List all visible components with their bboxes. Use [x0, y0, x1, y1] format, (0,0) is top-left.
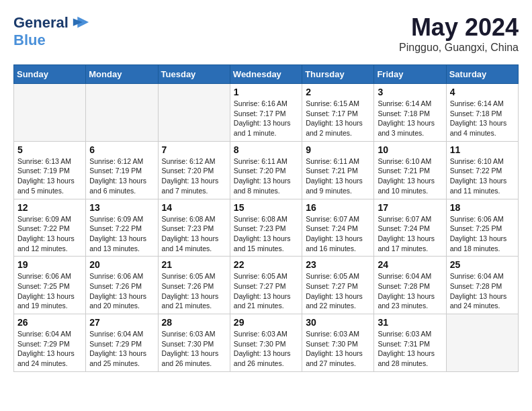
calendar-cell: 16Sunrise: 6:07 AM Sunset: 7:24 PM Dayli…	[302, 199, 374, 257]
day-info: Sunrise: 6:08 AM Sunset: 7:23 PM Dayligh…	[162, 214, 226, 254]
day-number: 20	[89, 259, 154, 270]
day-number: 7	[162, 144, 226, 155]
day-info: Sunrise: 6:14 AM Sunset: 7:18 PM Dayligh…	[450, 99, 515, 138]
calendar-cell: 24Sunrise: 6:04 AM Sunset: 7:28 PM Dayli…	[374, 257, 446, 314]
calendar-week-row: 5Sunrise: 6:13 AM Sunset: 7:19 PM Daylig…	[14, 141, 519, 199]
calendar-cell	[86, 84, 158, 142]
day-number: 8	[234, 144, 298, 155]
day-number: 26	[17, 317, 82, 328]
calendar-cell: 5Sunrise: 6:13 AM Sunset: 7:19 PM Daylig…	[14, 141, 86, 199]
calendar-cell: 30Sunrise: 6:03 AM Sunset: 7:30 PM Dayli…	[302, 314, 374, 372]
day-info: Sunrise: 6:08 AM Sunset: 7:23 PM Dayligh…	[234, 214, 298, 254]
day-info: Sunrise: 6:04 AM Sunset: 7:28 PM Dayligh…	[450, 271, 515, 311]
day-info: Sunrise: 6:03 AM Sunset: 7:30 PM Dayligh…	[306, 329, 370, 369]
page-header: General Blue May 2024 Pingguo, Guangxi, …	[13, 13, 519, 54]
day-info: Sunrise: 6:06 AM Sunset: 7:26 PM Dayligh…	[89, 271, 154, 311]
day-number: 27	[89, 317, 154, 328]
title-block: May 2024 Pingguo, Guangxi, China	[399, 13, 519, 54]
day-number: 16	[306, 202, 370, 213]
day-info: Sunrise: 6:05 AM Sunset: 7:27 PM Dayligh…	[234, 271, 298, 311]
day-number: 6	[89, 144, 154, 155]
day-info: Sunrise: 6:14 AM Sunset: 7:18 PM Dayligh…	[378, 99, 442, 138]
calendar-cell: 7Sunrise: 6:12 AM Sunset: 7:20 PM Daylig…	[158, 141, 230, 199]
day-number: 17	[378, 202, 442, 213]
weekday-header-row: SundayMondayTuesdayWednesdayThursdayFrid…	[14, 65, 519, 84]
calendar-cell: 25Sunrise: 6:04 AM Sunset: 7:28 PM Dayli…	[446, 257, 518, 314]
weekday-header: Saturday	[446, 65, 518, 84]
calendar-week-row: 26Sunrise: 6:04 AM Sunset: 7:29 PM Dayli…	[14, 314, 519, 372]
day-number: 24	[378, 259, 442, 270]
logo-text: General	[13, 15, 69, 31]
day-info: Sunrise: 6:03 AM Sunset: 7:31 PM Dayligh…	[378, 329, 442, 369]
day-number: 2	[306, 87, 370, 97]
calendar-cell: 18Sunrise: 6:06 AM Sunset: 7:25 PM Dayli…	[446, 199, 518, 257]
day-info: Sunrise: 6:05 AM Sunset: 7:26 PM Dayligh…	[162, 271, 226, 311]
day-info: Sunrise: 6:13 AM Sunset: 7:19 PM Dayligh…	[17, 156, 82, 196]
calendar-cell: 4Sunrise: 6:14 AM Sunset: 7:18 PM Daylig…	[446, 84, 518, 142]
main-title: May 2024	[399, 13, 519, 42]
day-info: Sunrise: 6:11 AM Sunset: 7:21 PM Dayligh…	[306, 156, 370, 196]
calendar-cell	[158, 84, 230, 142]
day-info: Sunrise: 6:16 AM Sunset: 7:17 PM Dayligh…	[234, 99, 298, 138]
logo-text2: Blue	[13, 32, 46, 48]
logo-icon	[71, 13, 90, 32]
subtitle: Pingguo, Guangxi, China	[399, 42, 519, 54]
day-number: 12	[17, 202, 82, 213]
day-number: 18	[450, 202, 515, 213]
calendar-cell: 17Sunrise: 6:07 AM Sunset: 7:24 PM Dayli…	[374, 199, 446, 257]
calendar-table: SundayMondayTuesdayWednesdayThursdayFrid…	[13, 64, 519, 372]
day-number: 31	[378, 317, 442, 328]
day-info: Sunrise: 6:06 AM Sunset: 7:25 PM Dayligh…	[17, 271, 82, 311]
day-number: 15	[234, 202, 298, 213]
day-number: 1	[234, 87, 298, 97]
day-info: Sunrise: 6:03 AM Sunset: 7:30 PM Dayligh…	[162, 329, 226, 369]
calendar-cell: 23Sunrise: 6:05 AM Sunset: 7:27 PM Dayli…	[302, 257, 374, 314]
calendar-cell: 29Sunrise: 6:03 AM Sunset: 7:30 PM Dayli…	[230, 314, 302, 372]
day-number: 19	[17, 259, 82, 270]
day-number: 28	[162, 317, 226, 328]
day-number: 3	[378, 87, 442, 97]
calendar-cell: 27Sunrise: 6:04 AM Sunset: 7:29 PM Dayli…	[86, 314, 158, 372]
day-info: Sunrise: 6:09 AM Sunset: 7:22 PM Dayligh…	[17, 214, 82, 254]
calendar-cell: 12Sunrise: 6:09 AM Sunset: 7:22 PM Dayli…	[14, 199, 86, 257]
weekday-header: Monday	[86, 65, 158, 84]
calendar-cell: 10Sunrise: 6:10 AM Sunset: 7:21 PM Dayli…	[374, 141, 446, 199]
calendar-cell: 19Sunrise: 6:06 AM Sunset: 7:25 PM Dayli…	[14, 257, 86, 314]
day-number: 11	[450, 144, 515, 155]
day-info: Sunrise: 6:12 AM Sunset: 7:20 PM Dayligh…	[162, 156, 226, 196]
day-info: Sunrise: 6:05 AM Sunset: 7:27 PM Dayligh…	[306, 271, 370, 311]
calendar-cell: 22Sunrise: 6:05 AM Sunset: 7:27 PM Dayli…	[230, 257, 302, 314]
calendar-cell: 8Sunrise: 6:11 AM Sunset: 7:20 PM Daylig…	[230, 141, 302, 199]
day-number: 9	[306, 144, 370, 155]
calendar-week-row: 12Sunrise: 6:09 AM Sunset: 7:22 PM Dayli…	[14, 199, 519, 257]
day-number: 29	[234, 317, 298, 328]
day-number: 13	[89, 202, 154, 213]
day-number: 22	[234, 259, 298, 270]
calendar-cell	[446, 314, 518, 372]
day-info: Sunrise: 6:12 AM Sunset: 7:19 PM Dayligh…	[89, 156, 154, 196]
day-info: Sunrise: 6:03 AM Sunset: 7:30 PM Dayligh…	[234, 329, 298, 369]
weekday-header: Tuesday	[158, 65, 230, 84]
day-number: 25	[450, 259, 515, 270]
calendar-cell: 6Sunrise: 6:12 AM Sunset: 7:19 PM Daylig…	[86, 141, 158, 199]
calendar-cell: 21Sunrise: 6:05 AM Sunset: 7:26 PM Dayli…	[158, 257, 230, 314]
day-number: 23	[306, 259, 370, 270]
calendar-cell: 3Sunrise: 6:14 AM Sunset: 7:18 PM Daylig…	[374, 84, 446, 142]
weekday-header: Thursday	[302, 65, 374, 84]
calendar-cell	[14, 84, 86, 142]
day-info: Sunrise: 6:10 AM Sunset: 7:22 PM Dayligh…	[450, 156, 515, 196]
day-info: Sunrise: 6:04 AM Sunset: 7:29 PM Dayligh…	[17, 329, 82, 369]
calendar-cell: 14Sunrise: 6:08 AM Sunset: 7:23 PM Dayli…	[158, 199, 230, 257]
calendar-cell: 11Sunrise: 6:10 AM Sunset: 7:22 PM Dayli…	[446, 141, 518, 199]
day-number: 10	[378, 144, 442, 155]
day-number: 30	[306, 317, 370, 328]
calendar-cell: 20Sunrise: 6:06 AM Sunset: 7:26 PM Dayli…	[86, 257, 158, 314]
day-info: Sunrise: 6:15 AM Sunset: 7:17 PM Dayligh…	[306, 99, 370, 138]
weekday-header: Sunday	[14, 65, 86, 84]
weekday-header: Friday	[374, 65, 446, 84]
day-info: Sunrise: 6:06 AM Sunset: 7:25 PM Dayligh…	[450, 214, 515, 254]
weekday-header: Wednesday	[230, 65, 302, 84]
day-number: 5	[17, 144, 82, 155]
day-info: Sunrise: 6:07 AM Sunset: 7:24 PM Dayligh…	[378, 214, 442, 254]
day-info: Sunrise: 6:04 AM Sunset: 7:29 PM Dayligh…	[89, 329, 154, 369]
